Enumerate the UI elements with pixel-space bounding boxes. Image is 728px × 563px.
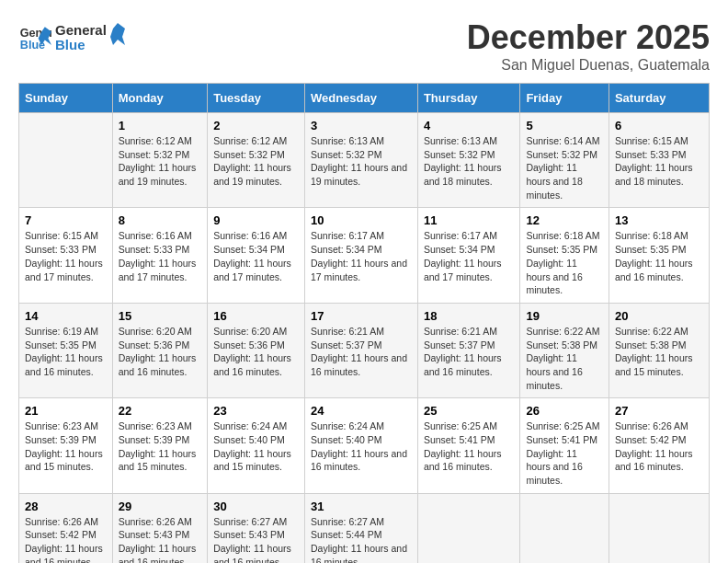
day-number: 4 bbox=[424, 119, 515, 132]
calendar-cell: 10Sunrise: 6:17 AM Sunset: 5:34 PM Dayli… bbox=[304, 208, 417, 303]
day-info: Sunrise: 6:24 AM Sunset: 5:40 PM Dayligh… bbox=[311, 419, 412, 474]
day-number: 5 bbox=[526, 119, 602, 132]
day-number: 22 bbox=[119, 404, 202, 418]
day-info: Sunrise: 6:22 AM Sunset: 5:38 PM Dayligh… bbox=[526, 325, 602, 392]
calendar-body: 1Sunrise: 6:12 AM Sunset: 5:32 PM Daylig… bbox=[19, 113, 710, 564]
calendar-table: Sunday Monday Tuesday Wednesday Thursday… bbox=[18, 83, 710, 563]
calendar-cell: 15Sunrise: 6:20 AM Sunset: 5:36 PM Dayli… bbox=[112, 303, 208, 397]
calendar-cell: 29Sunrise: 6:26 AM Sunset: 5:43 PM Dayli… bbox=[112, 493, 208, 563]
day-number: 25 bbox=[424, 404, 515, 418]
header-monday: Monday bbox=[112, 84, 208, 113]
calendar-cell: 12Sunrise: 6:18 AM Sunset: 5:35 PM Dayli… bbox=[520, 208, 609, 303]
calendar-cell: 13Sunrise: 6:18 AM Sunset: 5:35 PM Dayli… bbox=[609, 208, 709, 303]
day-number: 7 bbox=[25, 213, 107, 227]
day-info: Sunrise: 6:20 AM Sunset: 5:36 PM Dayligh… bbox=[213, 325, 299, 379]
day-number: 31 bbox=[311, 500, 412, 513]
day-info: Sunrise: 6:17 AM Sunset: 5:34 PM Dayligh… bbox=[311, 229, 412, 283]
day-number: 20 bbox=[615, 309, 703, 323]
calendar-cell: 17Sunrise: 6:21 AM Sunset: 5:37 PM Dayli… bbox=[304, 303, 417, 397]
day-info: Sunrise: 6:13 AM Sunset: 5:32 PM Dayligh… bbox=[424, 134, 515, 189]
day-info: Sunrise: 6:25 AM Sunset: 5:41 PM Dayligh… bbox=[424, 419, 515, 474]
day-info: Sunrise: 6:18 AM Sunset: 5:35 PM Dayligh… bbox=[615, 229, 703, 283]
day-info: Sunrise: 6:24 AM Sunset: 5:40 PM Dayligh… bbox=[213, 419, 299, 474]
location: San Miguel Duenas, Guatemala bbox=[467, 57, 710, 74]
page-header: General Blue General Blue December 2025 … bbox=[18, 18, 710, 74]
header-sunday: Sunday bbox=[19, 84, 113, 113]
calendar-cell: 24Sunrise: 6:24 AM Sunset: 5:40 PM Dayli… bbox=[304, 398, 417, 493]
day-info: Sunrise: 6:16 AM Sunset: 5:33 PM Dayligh… bbox=[119, 229, 202, 283]
day-info: Sunrise: 6:27 AM Sunset: 5:44 PM Dayligh… bbox=[311, 515, 412, 563]
calendar-cell: 8Sunrise: 6:16 AM Sunset: 5:33 PM Daylig… bbox=[112, 208, 208, 303]
day-number: 6 bbox=[615, 119, 703, 132]
month-title: December 2025 bbox=[467, 18, 710, 57]
day-number: 27 bbox=[615, 404, 703, 418]
calendar-cell bbox=[19, 113, 113, 208]
day-info: Sunrise: 6:19 AM Sunset: 5:35 PM Dayligh… bbox=[25, 325, 107, 379]
day-info: Sunrise: 6:14 AM Sunset: 5:32 PM Dayligh… bbox=[526, 134, 602, 201]
day-info: Sunrise: 6:21 AM Sunset: 5:37 PM Dayligh… bbox=[424, 325, 515, 379]
day-number: 21 bbox=[25, 404, 107, 418]
logo-icon: General Blue bbox=[18, 20, 51, 53]
day-number: 2 bbox=[213, 119, 299, 132]
calendar-cell: 5Sunrise: 6:14 AM Sunset: 5:32 PM Daylig… bbox=[520, 113, 609, 208]
calendar-cell: 16Sunrise: 6:20 AM Sunset: 5:36 PM Dayli… bbox=[208, 303, 305, 397]
day-info: Sunrise: 6:16 AM Sunset: 5:34 PM Dayligh… bbox=[213, 229, 299, 283]
day-info: Sunrise: 6:21 AM Sunset: 5:37 PM Dayligh… bbox=[311, 325, 412, 379]
day-number: 26 bbox=[526, 404, 602, 418]
day-info: Sunrise: 6:12 AM Sunset: 5:32 PM Dayligh… bbox=[213, 134, 299, 189]
day-info: Sunrise: 6:23 AM Sunset: 5:39 PM Dayligh… bbox=[25, 419, 107, 474]
day-number: 17 bbox=[311, 309, 412, 323]
day-number: 28 bbox=[25, 500, 107, 513]
day-number: 23 bbox=[213, 404, 299, 418]
day-info: Sunrise: 6:26 AM Sunset: 5:43 PM Dayligh… bbox=[119, 515, 202, 563]
header-wednesday: Wednesday bbox=[304, 84, 417, 113]
calendar-cell bbox=[609, 493, 709, 563]
svg-text:Blue: Blue bbox=[55, 37, 85, 52]
svg-text:General: General bbox=[55, 22, 107, 38]
day-number: 29 bbox=[119, 500, 202, 513]
calendar-cell: 21Sunrise: 6:23 AM Sunset: 5:39 PM Dayli… bbox=[19, 398, 113, 493]
calendar-cell: 18Sunrise: 6:21 AM Sunset: 5:37 PM Dayli… bbox=[417, 303, 520, 397]
day-number: 10 bbox=[311, 213, 412, 227]
calendar-cell: 4Sunrise: 6:13 AM Sunset: 5:32 PM Daylig… bbox=[417, 113, 520, 208]
calendar-cell: 26Sunrise: 6:25 AM Sunset: 5:41 PM Dayli… bbox=[520, 398, 609, 493]
title-block: December 2025 San Miguel Duenas, Guatema… bbox=[467, 18, 710, 74]
calendar-cell: 28Sunrise: 6:26 AM Sunset: 5:42 PM Dayli… bbox=[19, 493, 113, 563]
header-thursday: Thursday bbox=[417, 84, 520, 113]
day-number: 30 bbox=[213, 500, 299, 513]
day-number: 18 bbox=[424, 309, 515, 323]
day-number: 12 bbox=[526, 213, 602, 227]
day-info: Sunrise: 6:18 AM Sunset: 5:35 PM Dayligh… bbox=[526, 229, 602, 296]
calendar-cell: 14Sunrise: 6:19 AM Sunset: 5:35 PM Dayli… bbox=[19, 303, 113, 397]
day-number: 19 bbox=[526, 309, 602, 323]
day-number: 8 bbox=[119, 213, 202, 227]
calendar-cell: 3Sunrise: 6:13 AM Sunset: 5:32 PM Daylig… bbox=[304, 113, 417, 208]
day-info: Sunrise: 6:12 AM Sunset: 5:32 PM Dayligh… bbox=[119, 134, 202, 189]
header-saturday: Saturday bbox=[609, 84, 709, 113]
calendar-cell bbox=[520, 493, 609, 563]
day-info: Sunrise: 6:25 AM Sunset: 5:41 PM Dayligh… bbox=[526, 419, 602, 487]
day-number: 9 bbox=[213, 213, 299, 227]
calendar-cell: 11Sunrise: 6:17 AM Sunset: 5:34 PM Dayli… bbox=[417, 208, 520, 303]
day-info: Sunrise: 6:22 AM Sunset: 5:38 PM Dayligh… bbox=[615, 325, 703, 379]
calendar-cell: 1Sunrise: 6:12 AM Sunset: 5:32 PM Daylig… bbox=[112, 113, 208, 208]
calendar-cell: 27Sunrise: 6:26 AM Sunset: 5:42 PM Dayli… bbox=[609, 398, 709, 493]
day-number: 14 bbox=[25, 309, 107, 323]
day-info: Sunrise: 6:26 AM Sunset: 5:42 PM Dayligh… bbox=[25, 515, 107, 563]
day-number: 24 bbox=[311, 404, 412, 418]
day-number: 3 bbox=[311, 119, 412, 132]
header-tuesday: Tuesday bbox=[208, 84, 305, 113]
calendar-cell: 20Sunrise: 6:22 AM Sunset: 5:38 PM Dayli… bbox=[609, 303, 709, 397]
calendar-cell: 6Sunrise: 6:15 AM Sunset: 5:33 PM Daylig… bbox=[609, 113, 709, 208]
day-number: 16 bbox=[213, 309, 299, 323]
calendar-cell: 22Sunrise: 6:23 AM Sunset: 5:39 PM Dayli… bbox=[112, 398, 208, 493]
calendar-cell: 2Sunrise: 6:12 AM Sunset: 5:32 PM Daylig… bbox=[208, 113, 305, 208]
calendar-header: Sunday Monday Tuesday Wednesday Thursday… bbox=[19, 84, 710, 113]
logo: General Blue General Blue bbox=[18, 18, 129, 55]
day-number: 11 bbox=[424, 213, 515, 227]
day-info: Sunrise: 6:23 AM Sunset: 5:39 PM Dayligh… bbox=[119, 419, 202, 474]
calendar-cell: 23Sunrise: 6:24 AM Sunset: 5:40 PM Dayli… bbox=[208, 398, 305, 493]
day-number: 13 bbox=[615, 213, 703, 227]
day-info: Sunrise: 6:15 AM Sunset: 5:33 PM Dayligh… bbox=[615, 134, 703, 189]
day-number: 15 bbox=[119, 309, 202, 323]
